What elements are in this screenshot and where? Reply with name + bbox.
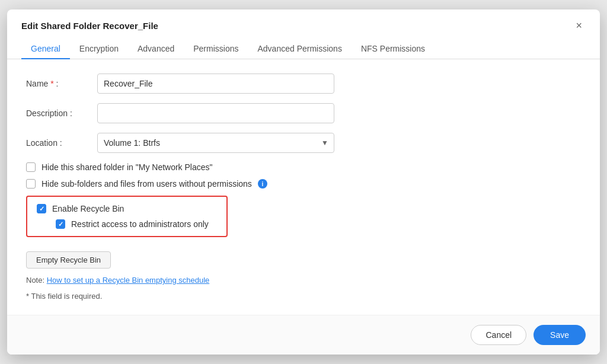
name-input[interactable] xyxy=(97,74,334,94)
description-input[interactable] xyxy=(97,103,334,123)
restrict-access-label: Restrict access to administrators only xyxy=(71,219,209,229)
description-label: Description : xyxy=(26,108,97,118)
tab-nfs-permissions[interactable]: NFS Permissions xyxy=(352,39,435,59)
restrict-access-row: Restrict access to administrators only xyxy=(56,219,217,229)
empty-recycle-bin-button[interactable]: Empty Recycle Bin xyxy=(26,251,111,269)
location-select[interactable]: Volume 1: BtrfsVolume 2: Btrfs xyxy=(97,133,334,153)
enable-recycle-checkbox[interactable] xyxy=(37,204,46,213)
name-label: Name * : xyxy=(26,79,97,88)
tab-permissions[interactable]: Permissions xyxy=(184,39,248,59)
edit-shared-folder-dialog: Edit Shared Folder Recover_File × Genera… xyxy=(7,9,600,355)
dialog-header: Edit Shared Folder Recover_File × xyxy=(7,9,600,32)
hide-subfolder-label: Hide sub-folders and files from users wi… xyxy=(41,179,252,189)
hide-network-checkbox[interactable] xyxy=(26,162,36,172)
tab-bar: General Encryption Advanced Permissions … xyxy=(7,39,600,59)
dialog-footer: Cancel Save xyxy=(7,315,600,355)
recycle-bin-section: Enable Recycle Bin Restrict access to ad… xyxy=(26,196,228,237)
close-button[interactable]: × xyxy=(572,19,586,32)
name-required-star: * xyxy=(50,79,53,88)
required-note: * This field is required. xyxy=(26,292,581,301)
tab-advanced[interactable]: Advanced xyxy=(128,39,184,59)
cancel-button[interactable]: Cancel xyxy=(471,325,526,345)
empty-recycle-wrapper: Empty Recycle Bin xyxy=(26,247,581,269)
recycle-schedule-link[interactable]: How to set up a Recycle Bin emptying sch… xyxy=(47,276,210,285)
recycle-bin-inner: Enable Recycle Bin Restrict access to ad… xyxy=(37,204,217,229)
tab-encryption[interactable]: Encryption xyxy=(70,39,128,59)
save-button[interactable]: Save xyxy=(533,325,586,345)
hide-subfolder-checkbox[interactable] xyxy=(26,179,36,189)
note-prefix: Note: xyxy=(26,276,47,285)
location-select-wrapper: Volume 1: BtrfsVolume 2: Btrfs ▼ xyxy=(97,133,334,153)
restrict-access-checkbox[interactable] xyxy=(56,219,65,229)
name-row: Name * : xyxy=(26,74,581,94)
hide-network-label: Hide this shared folder in "My Network P… xyxy=(41,162,213,172)
dialog-body: Name * : Description : Location : Volume… xyxy=(7,59,600,315)
enable-recycle-row: Enable Recycle Bin xyxy=(37,204,217,213)
tab-advanced-permissions[interactable]: Advanced Permissions xyxy=(248,39,352,59)
description-row: Description : xyxy=(26,103,581,123)
hide-network-row: Hide this shared folder in "My Network P… xyxy=(26,162,581,172)
info-icon[interactable]: i xyxy=(258,179,267,189)
dialog-title: Edit Shared Folder Recover_File xyxy=(21,21,158,31)
note-row: Note: How to set up a Recycle Bin emptyi… xyxy=(26,276,581,285)
location-row: Location : Volume 1: BtrfsVolume 2: Btrf… xyxy=(26,133,581,153)
location-label: Location : xyxy=(26,138,97,148)
tab-general[interactable]: General xyxy=(21,39,70,59)
hide-subfolder-row: Hide sub-folders and files from users wi… xyxy=(26,179,581,189)
enable-recycle-label: Enable Recycle Bin xyxy=(52,204,124,213)
